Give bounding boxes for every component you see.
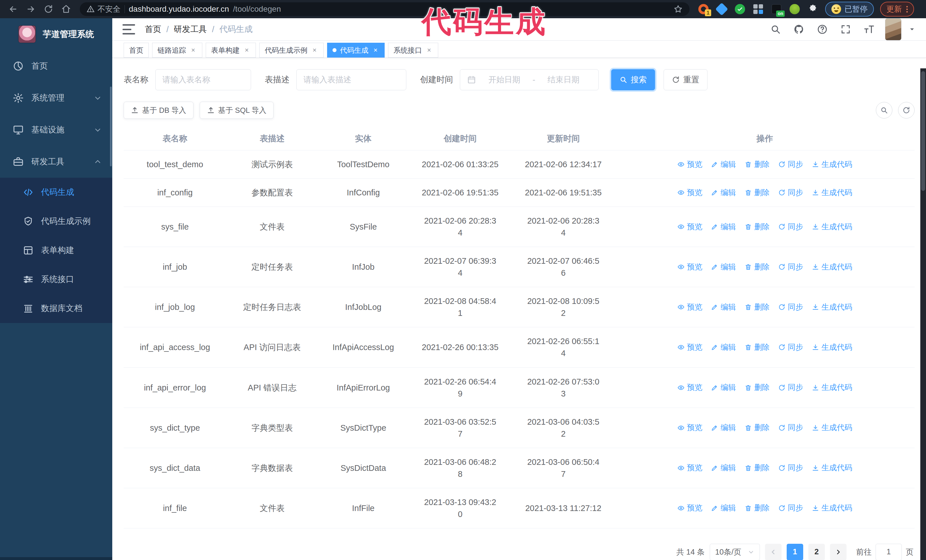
sync-link[interactable]: 同步 xyxy=(778,159,803,170)
generate-code-link[interactable]: 生成代码 xyxy=(812,302,852,313)
date-range-picker[interactable]: - xyxy=(460,69,599,90)
tab-codegen[interactable]: 代码生成× xyxy=(327,43,385,57)
search-icon[interactable] xyxy=(768,22,783,37)
sync-link[interactable]: 同步 xyxy=(778,221,803,232)
submenu-item-system-api[interactable]: 系统接口 xyxy=(0,265,112,294)
generate-code-link[interactable]: 生成代码 xyxy=(812,159,852,170)
sync-link[interactable]: 同步 xyxy=(778,187,803,198)
sync-link[interactable]: 同步 xyxy=(778,302,803,313)
date-start-field[interactable] xyxy=(480,75,528,84)
github-icon[interactable] xyxy=(791,22,806,37)
breadcrumb-devtools[interactable]: 研发工具 xyxy=(174,24,207,35)
preview-link[interactable]: 预览 xyxy=(677,342,702,353)
prev-page-button[interactable] xyxy=(765,544,782,560)
submenu-item-db-doc[interactable]: 数据库文档 xyxy=(0,294,112,323)
refresh-table-button[interactable] xyxy=(898,102,915,118)
preview-link[interactable]: 预览 xyxy=(677,302,702,313)
preview-link[interactable]: 预览 xyxy=(677,159,702,170)
close-icon[interactable]: × xyxy=(243,47,250,54)
import-sql-button[interactable]: 基于 SQL 导入 xyxy=(200,102,274,119)
edit-link[interactable]: 编辑 xyxy=(711,302,736,313)
browser-update-button[interactable]: 更新 xyxy=(880,2,914,17)
extension-icon-green-check[interactable] xyxy=(734,3,746,15)
sidebar-scrollbar-thumb[interactable] xyxy=(110,87,112,166)
sidebar-logo-row[interactable]: 芋道管理系统 xyxy=(0,18,112,50)
sync-link[interactable]: 同步 xyxy=(778,342,803,353)
sync-link[interactable]: 同步 xyxy=(778,462,803,473)
font-size-icon[interactable] xyxy=(862,22,876,37)
extension-icon-dark[interactable]: on xyxy=(770,3,782,15)
reset-button[interactable]: 重置 xyxy=(664,69,707,90)
preview-link[interactable]: 预览 xyxy=(677,503,702,513)
edit-link[interactable]: 编辑 xyxy=(711,221,736,232)
page-scrollbar[interactable] xyxy=(920,68,926,560)
delete-link[interactable]: 删除 xyxy=(744,187,770,198)
sidebar-item-infra[interactable]: 基础设施 xyxy=(0,114,112,146)
preview-link[interactable]: 预览 xyxy=(677,462,702,473)
tab-form-builder[interactable]: 表单构建× xyxy=(206,43,256,57)
generate-code-link[interactable]: 生成代码 xyxy=(812,187,852,198)
delete-link[interactable]: 删除 xyxy=(744,382,770,393)
page-size-select[interactable]: 10条/页 xyxy=(710,544,760,560)
sync-link[interactable]: 同步 xyxy=(778,422,803,433)
close-icon[interactable]: × xyxy=(311,47,318,54)
edit-link[interactable]: 编辑 xyxy=(711,342,736,353)
browser-back-icon[interactable] xyxy=(6,2,21,17)
browser-forward-icon[interactable] xyxy=(23,2,38,17)
edit-link[interactable]: 编辑 xyxy=(711,187,736,198)
delete-link[interactable]: 删除 xyxy=(744,221,770,232)
generate-code-link[interactable]: 生成代码 xyxy=(812,261,852,273)
next-page-button[interactable] xyxy=(830,544,846,560)
edit-link[interactable]: 编辑 xyxy=(711,261,736,273)
sidebar-item-devtools[interactable]: 研发工具 xyxy=(0,146,112,178)
delete-link[interactable]: 删除 xyxy=(744,342,770,353)
submenu-item-codegen-example[interactable]: 代码生成示例 xyxy=(0,207,112,236)
sync-link[interactable]: 同步 xyxy=(778,261,803,273)
edit-link[interactable]: 编辑 xyxy=(711,159,736,170)
close-icon[interactable]: × xyxy=(189,47,197,54)
puzzle-extensions-icon[interactable] xyxy=(807,3,819,15)
tab-codegen-example[interactable]: 代码生成示例× xyxy=(259,43,324,57)
table-name-field[interactable] xyxy=(162,75,244,84)
generate-code-link[interactable]: 生成代码 xyxy=(812,503,852,513)
search-button[interactable]: 搜索 xyxy=(611,69,655,90)
edit-link[interactable]: 编辑 xyxy=(711,382,736,393)
breadcrumb-home[interactable]: 首页 xyxy=(145,24,161,35)
sidebar-toggle-icon[interactable] xyxy=(123,24,135,35)
user-avatar[interactable] xyxy=(885,18,902,41)
delete-link[interactable]: 删除 xyxy=(744,159,770,170)
sidebar-item-system[interactable]: 系统管理 xyxy=(0,82,112,114)
preview-link[interactable]: 预览 xyxy=(677,187,702,198)
sync-link[interactable]: 同步 xyxy=(778,503,803,513)
help-icon[interactable] xyxy=(815,22,830,37)
generate-code-link[interactable]: 生成代码 xyxy=(812,382,852,393)
delete-link[interactable]: 删除 xyxy=(744,302,770,313)
preview-link[interactable]: 预览 xyxy=(677,422,702,433)
submenu-item-form-builder[interactable]: 表单构建 xyxy=(0,236,112,265)
tab-tracing[interactable]: 链路追踪× xyxy=(152,43,202,57)
bookmark-star-icon[interactable] xyxy=(673,5,683,14)
extension-icon-orange[interactable]: 1 xyxy=(698,3,710,15)
submenu-item-codegen[interactable]: 代码生成 xyxy=(0,178,112,207)
table-desc-field[interactable] xyxy=(303,75,399,84)
close-icon[interactable]: × xyxy=(372,47,379,54)
edit-link[interactable]: 编辑 xyxy=(711,462,736,473)
table-name-input[interactable] xyxy=(155,69,251,90)
extension-icon-gem[interactable] xyxy=(716,3,728,15)
date-end-field[interactable] xyxy=(539,75,588,84)
preview-link[interactable]: 预览 xyxy=(677,382,702,393)
generate-code-link[interactable]: 生成代码 xyxy=(812,462,852,473)
browser-menu-icon[interactable] xyxy=(906,6,908,12)
extension-icon-robot[interactable] xyxy=(789,3,800,15)
page-scrollbar-thumb[interactable] xyxy=(921,71,925,191)
close-icon[interactable]: × xyxy=(425,47,433,54)
browser-home-icon[interactable] xyxy=(59,2,74,17)
goto-page-input[interactable] xyxy=(876,544,902,560)
fullscreen-icon[interactable] xyxy=(838,22,853,37)
page-button-2[interactable]: 2 xyxy=(808,544,825,560)
sidebar-item-home[interactable]: 首页 xyxy=(0,50,112,82)
delete-link[interactable]: 删除 xyxy=(744,422,770,433)
browser-address-bar[interactable]: 不安全 dashboard.yudao.iocoder.cn/tool/code… xyxy=(80,2,690,16)
table-desc-input[interactable] xyxy=(296,69,406,90)
profile-paused-badge[interactable]: 已暂停 xyxy=(825,2,874,17)
